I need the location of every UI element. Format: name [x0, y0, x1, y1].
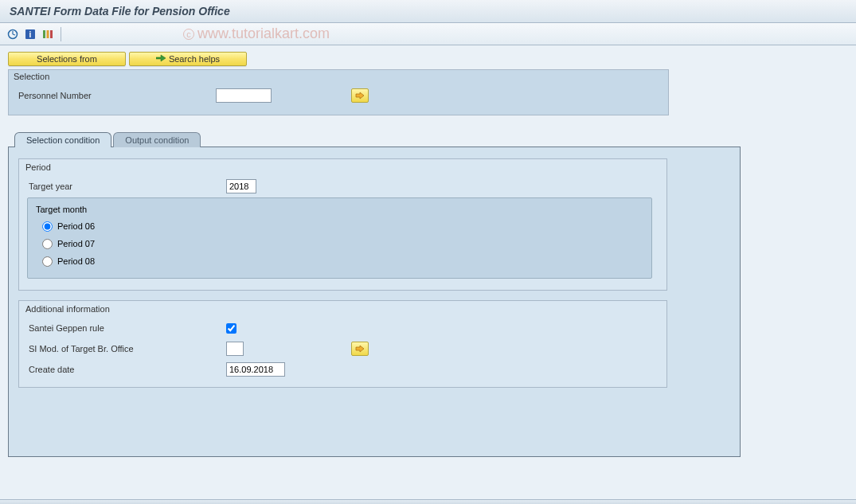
period-08-label: Period 08	[57, 256, 95, 266]
period-08-radio[interactable]	[42, 256, 53, 267]
svg-line-2	[13, 34, 15, 35]
info-icon[interactable]: i	[24, 28, 37, 41]
additional-legend: Additional information	[19, 301, 666, 315]
period-legend: Period	[19, 159, 666, 174]
period-06-radio[interactable]	[42, 221, 53, 232]
period-07-radio[interactable]	[42, 239, 53, 249]
svg-rect-7	[50, 30, 53, 38]
create-date-input[interactable]	[226, 362, 285, 377]
tabs-container: Selection condition Output condition Per…	[8, 131, 848, 457]
title-text: SANTEI Form Data File for Pension Office	[10, 5, 230, 18]
button-row: Selections from Search helps	[8, 52, 848, 66]
tab-output-condition[interactable]: Output condition	[113, 132, 201, 147]
target-month-group: Target month Period 06 Period 07 Period …	[27, 197, 652, 279]
selections-from-button[interactable]: Selections from	[8, 52, 126, 66]
si-mod-multi-select-button[interactable]	[351, 342, 369, 356]
execute-icon[interactable]	[6, 28, 19, 41]
arrow-right-icon	[156, 54, 166, 64]
search-helps-button[interactable]: Search helps	[129, 52, 247, 66]
santei-rule-label: Santei Geppen rule	[27, 323, 218, 333]
columns-icon[interactable]	[41, 28, 54, 41]
santei-rule-checkbox[interactable]	[226, 323, 236, 334]
content-area: Selections from Search helps Selection P…	[0, 45, 856, 463]
target-year-input[interactable]	[226, 179, 256, 193]
period-group: Period Target year Target month Period 0…	[18, 158, 667, 291]
svg-rect-5	[43, 30, 45, 38]
status-bar	[0, 499, 856, 504]
target-month-legend: Target month	[36, 205, 643, 214]
page-title: SANTEI Form Data File for Pension Office	[0, 0, 856, 23]
create-date-label: Create date	[27, 365, 218, 374]
personnel-number-label: Personnel Number	[17, 91, 208, 100]
app-toolbar: i	[0, 23, 856, 45]
svg-text:i: i	[29, 30, 32, 39]
period-06-label: Period 06	[57, 221, 95, 231]
toolbar-separator	[61, 27, 61, 41]
personnel-number-input[interactable]	[216, 88, 272, 103]
tab-body: Period Target year Target month Period 0…	[8, 147, 741, 457]
tab-selection-condition[interactable]: Selection condition	[14, 132, 111, 147]
personnel-multi-select-button[interactable]	[351, 88, 369, 103]
svg-rect-6	[47, 30, 49, 38]
si-mod-label: SI Mod. of Target Br. Office	[27, 344, 218, 354]
tab-strip: Selection condition Output condition	[14, 131, 848, 147]
si-mod-input[interactable]	[226, 342, 244, 356]
additional-info-group: Additional information Santei Geppen rul…	[18, 300, 667, 388]
selection-legend: Selection	[9, 70, 668, 81]
target-year-label: Target year	[27, 182, 218, 191]
period-07-label: Period 07	[57, 239, 95, 248]
selection-group: Selection Personnel Number	[8, 69, 669, 115]
